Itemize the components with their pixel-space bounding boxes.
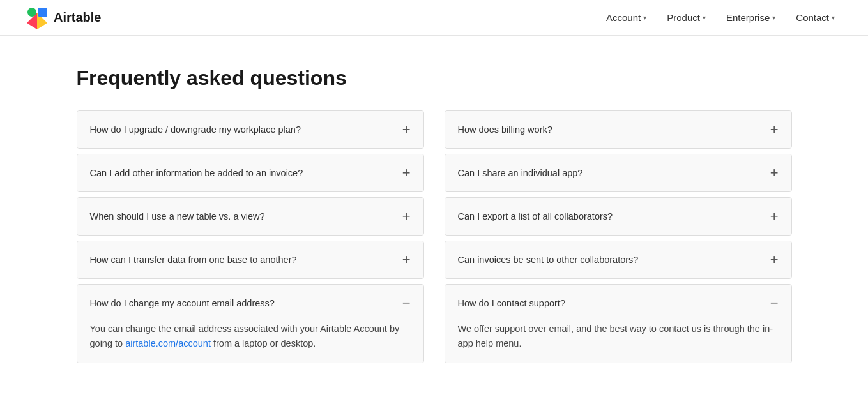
faq-right-column: How does billing work? + Can I share an …	[445, 110, 792, 368]
faq-question-3-text: When should I use a new table vs. a view…	[90, 211, 265, 221]
faq-item-2: Can I add other information be added to …	[77, 154, 424, 192]
faq-item-5: How do I change my account email address…	[77, 284, 424, 363]
faq-toggle-7: +	[770, 166, 779, 180]
faq-question-5-text: How do I change my account email address…	[90, 298, 275, 308]
faq-toggle-5: −	[402, 296, 411, 310]
nav-product[interactable]: Product ▾	[659, 7, 713, 28]
faq-question-9[interactable]: Can invoices be sent to other collaborat…	[445, 241, 791, 278]
faq-question-6-text: How does billing work?	[458, 124, 552, 135]
nav-contact-chevron: ▾	[832, 14, 835, 21]
page-title: Frequently asked questions	[77, 66, 792, 90]
svg-rect-2	[38, 8, 47, 17]
faq-question-6[interactable]: How does billing work? +	[445, 111, 791, 148]
faq-toggle-3: +	[402, 209, 411, 223]
faq-item-8: Can I export a list of all collaborators…	[445, 197, 792, 236]
faq-item-3: When should I use a new table vs. a view…	[77, 197, 424, 236]
faq-question-1[interactable]: How do I upgrade / downgrade my workplac…	[77, 111, 423, 148]
faq-toggle-8: +	[770, 209, 779, 223]
faq-item-6: How does billing work? +	[445, 110, 792, 149]
logo-text: Airtable	[54, 10, 101, 25]
site-header: Airtable Account ▾ Product ▾ Enterprise …	[0, 0, 868, 36]
faq-grid: How do I upgrade / downgrade my workplac…	[77, 110, 792, 368]
faq-question-8[interactable]: Can I export a list of all collaborators…	[445, 198, 791, 235]
svg-point-3	[27, 8, 36, 17]
nav-contact[interactable]: Contact ▾	[788, 7, 842, 28]
faq-toggle-4: +	[402, 253, 411, 267]
faq-item-9: Can invoices be sent to other collaborat…	[445, 241, 792, 279]
faq-question-9-text: Can invoices be sent to other collaborat…	[458, 255, 639, 265]
faq-toggle-9: +	[770, 253, 779, 267]
main-nav: Account ▾ Product ▾ Enterprise ▾ Contact…	[598, 7, 842, 28]
faq-question-8-text: Can I export a list of all collaborators…	[458, 211, 613, 221]
faq-answer-10: We offer support over email, and the bes…	[445, 322, 791, 363]
faq-question-10[interactable]: How do I contact support? −	[445, 285, 791, 322]
faq-question-4-text: How can I transfer data from one base to…	[90, 255, 297, 265]
faq-toggle-10: −	[770, 296, 779, 310]
faq-answer-5-suffix: from a laptop or desktop.	[211, 338, 316, 348]
faq-question-1-text: How do I upgrade / downgrade my workplac…	[90, 124, 301, 135]
faq-toggle-6: +	[770, 123, 779, 137]
nav-account-chevron: ▾	[643, 14, 646, 21]
logo-link[interactable]: Airtable	[26, 6, 101, 29]
faq-item-4: How can I transfer data from one base to…	[77, 241, 424, 279]
faq-item-10: How do I contact support? − We offer sup…	[445, 284, 792, 363]
faq-toggle-1: +	[402, 123, 411, 137]
nav-product-chevron: ▾	[703, 14, 706, 21]
faq-question-5[interactable]: How do I change my account email address…	[77, 285, 423, 322]
logo-icon	[26, 6, 49, 29]
faq-question-7[interactable]: Can I share an individual app? +	[445, 154, 791, 191]
faq-question-4[interactable]: How can I transfer data from one base to…	[77, 241, 423, 278]
faq-question-3[interactable]: When should I use a new table vs. a view…	[77, 198, 423, 235]
faq-question-2[interactable]: Can I add other information be added to …	[77, 154, 423, 191]
nav-account[interactable]: Account ▾	[598, 7, 654, 28]
nav-account-label: Account	[606, 12, 641, 23]
faq-item-1: How do I upgrade / downgrade my workplac…	[77, 110, 424, 149]
faq-answer-5: You can change the email address associa…	[77, 322, 423, 363]
nav-enterprise[interactable]: Enterprise ▾	[719, 7, 783, 28]
main-content: Frequently asked questions How do I upgr…	[51, 36, 818, 397]
faq-question-7-text: Can I share an individual app?	[458, 168, 583, 178]
nav-contact-label: Contact	[796, 12, 829, 23]
nav-enterprise-label: Enterprise	[726, 12, 770, 23]
nav-enterprise-chevron: ▾	[772, 14, 775, 21]
faq-left-column: How do I upgrade / downgrade my workplac…	[77, 110, 424, 368]
faq-answer-5-link[interactable]: airtable.com/account	[125, 338, 211, 348]
faq-question-2-text: Can I add other information be added to …	[90, 168, 303, 178]
faq-answer-10-text: We offer support over email, and the bes…	[458, 324, 773, 348]
faq-item-7: Can I share an individual app? +	[445, 154, 792, 192]
nav-product-label: Product	[667, 12, 700, 23]
faq-toggle-2: +	[402, 166, 411, 180]
faq-question-10-text: How do I contact support?	[458, 298, 565, 308]
